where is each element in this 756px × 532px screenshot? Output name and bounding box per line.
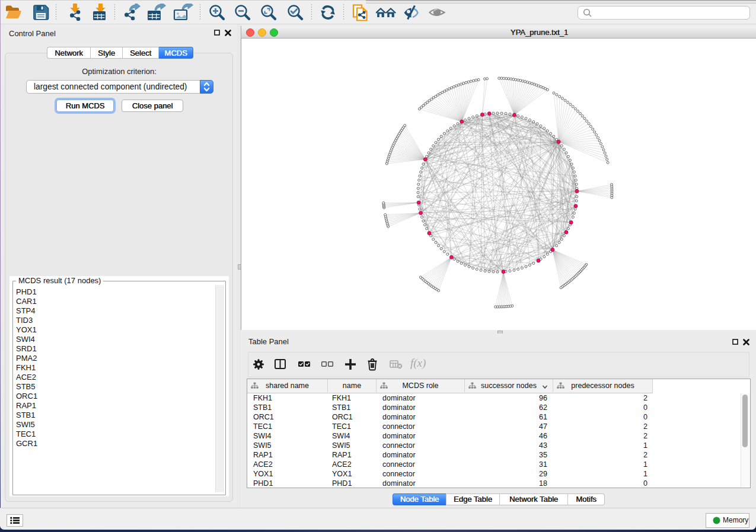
svg-text:f(x): f(x) xyxy=(410,357,426,370)
